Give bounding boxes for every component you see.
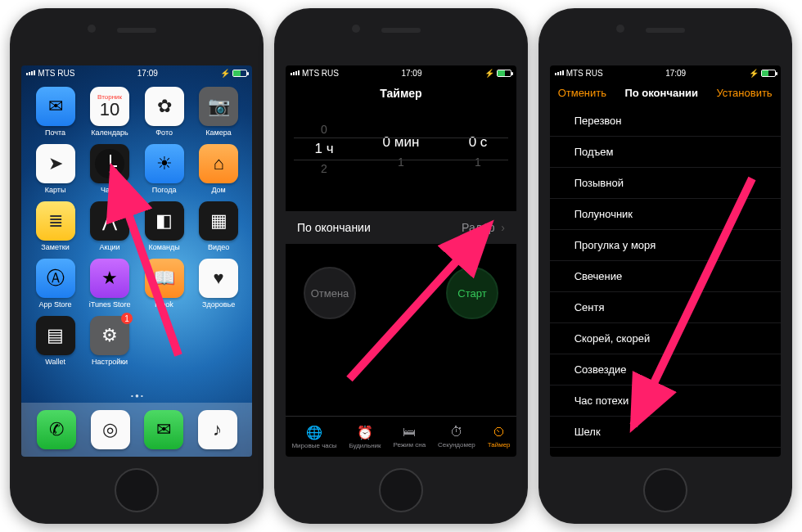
app-icon: ⚙1 xyxy=(90,316,129,355)
app-iTunes Store[interactable]: ★ iTunes Store xyxy=(84,259,135,309)
app-Настройки[interactable]: ⚙1 Настройки xyxy=(84,316,135,366)
cancel-button[interactable]: Отмена xyxy=(304,267,356,319)
sound-item[interactable]: Прогулка у моря xyxy=(550,230,781,261)
tab-Таймер[interactable]: ⏲Таймер xyxy=(488,425,511,449)
app-icon: Вторник10 xyxy=(90,87,129,126)
app-Команды[interactable]: ◧ Команды xyxy=(139,201,190,251)
battery-icon xyxy=(761,70,776,77)
app-icon: ✉ xyxy=(36,87,75,126)
app-icon: ➤ xyxy=(36,144,75,183)
sound-item[interactable]: Сентя xyxy=(550,292,781,323)
tab-icon: 🛏 xyxy=(403,425,416,440)
sound-label: Скорей, скорей xyxy=(574,332,651,345)
phone-timer: MTS RUS 17:09 ⚡ Таймер 0 1 ч 2 0 мин xyxy=(274,8,528,524)
tab-icon: 🌐 xyxy=(306,425,322,440)
dock-music[interactable]: ♪ xyxy=(198,410,237,449)
picker-seconds[interactable]: 0 с 1 xyxy=(439,129,516,169)
tab-Режим сна[interactable]: 🛏Режим сна xyxy=(393,425,426,449)
app-Здоровье[interactable]: ♥ Здоровье xyxy=(193,259,244,309)
app-Акции[interactable]: ⋀ Акции xyxy=(84,201,135,251)
tab-Мировые часы[interactable]: 🌐Мировые часы xyxy=(291,425,336,449)
sound-item[interactable]: Созвездие xyxy=(550,354,781,385)
signal-icon xyxy=(555,70,564,75)
carrier-label: MTS RUS xyxy=(566,69,603,78)
tab-label: Мировые часы xyxy=(291,442,336,449)
app-Wallet[interactable]: ▤ Wallet xyxy=(30,316,81,366)
tab-label: Будильник xyxy=(349,442,381,449)
signal-icon xyxy=(26,70,35,75)
app-Погода[interactable]: ☀ Погода xyxy=(139,144,190,194)
sound-item[interactable]: Свечение xyxy=(550,261,781,292)
sound-label: Позывной xyxy=(574,177,624,189)
sound-item[interactable]: Подъем xyxy=(550,137,781,168)
tab-label: Секундомер xyxy=(438,441,475,449)
screen-sound-picker: MTS RUS 17:09 ⚡ Отменить По окончании Ус… xyxy=(550,65,781,457)
phone-sound-picker: MTS RUS 17:09 ⚡ Отменить По окончании Ус… xyxy=(538,8,792,524)
sound-item[interactable]: Позывной xyxy=(550,168,781,199)
nav-bar: Отменить По окончании Установить xyxy=(550,80,781,106)
app-icon: ▦ xyxy=(199,201,238,241)
tab-label: Режим сна xyxy=(393,441,426,449)
app-label: Wallet xyxy=(45,358,65,366)
dock-phone[interactable]: ✆ xyxy=(37,410,76,449)
screen-home: MTS RUS 17:09 ⚡ ✉ ПочтаВторник10 Календа… xyxy=(21,65,252,457)
dock-safari[interactable]: ◎ xyxy=(91,410,130,449)
app-Карты[interactable]: ➤ Карты xyxy=(30,144,81,194)
home-button[interactable] xyxy=(379,468,423,512)
sound-item[interactable]: Скорей, скорей xyxy=(550,323,781,354)
sound-list[interactable]: ПерезвонПодъемПозывнойПолуночникПрогулка… xyxy=(550,106,781,457)
bolt-icon: ⚡ xyxy=(749,69,759,78)
carrier-label: MTS RUS xyxy=(302,69,339,78)
cancel-button[interactable]: Отменить xyxy=(558,87,606,99)
clock-label: 17:09 xyxy=(137,69,158,78)
sound-label: Прогулка у моря xyxy=(574,239,656,251)
start-button[interactable]: Старт xyxy=(446,267,498,319)
app-Видео[interactable]: ▦ Видео xyxy=(193,201,244,251)
duration-picker[interactable]: 0 1 ч 2 0 мин 1 0 с 1 xyxy=(286,110,516,188)
sound-item[interactable]: Перезвон xyxy=(550,106,781,137)
app-Часы[interactable]: Часы xyxy=(84,144,135,194)
when-ends-row[interactable]: По окончании Радар › xyxy=(286,211,516,244)
app-label: Камера xyxy=(205,128,231,137)
app-label: Почта xyxy=(45,128,65,137)
app-Почта[interactable]: ✉ Почта xyxy=(30,87,81,137)
tab-Будильник[interactable]: ⏰Будильник xyxy=(349,425,381,449)
app-label: Погода xyxy=(152,186,177,194)
app-label: Акции xyxy=(100,243,120,251)
sound-item[interactable]: Час потехи xyxy=(550,385,781,417)
app-Заметки[interactable]: ≣ Заметки xyxy=(30,201,81,251)
chevron-right-icon: › xyxy=(501,221,505,234)
screen-timer: MTS RUS 17:09 ⚡ Таймер 0 1 ч 2 0 мин xyxy=(286,65,516,457)
dock-messages[interactable]: ✉ xyxy=(144,410,183,449)
tab-label: Таймер xyxy=(488,441,511,449)
home-button[interactable] xyxy=(643,468,687,512)
sound-item[interactable]: Электросхема xyxy=(550,448,781,457)
battery-icon xyxy=(497,70,511,77)
tab-icon: ⏰ xyxy=(357,425,373,440)
tab-Секундомер[interactable]: ⏱Секундомер xyxy=(438,425,475,449)
app-Дом[interactable]: ⌂ Дом xyxy=(193,144,244,194)
picker-hours[interactable]: 0 1 ч 2 xyxy=(286,123,362,175)
app-Камера[interactable]: 📷 Камера xyxy=(193,87,244,137)
app-Фото[interactable]: ✿ Фото xyxy=(139,87,190,137)
sound-label: Перезвон xyxy=(574,115,622,127)
app-iBook[interactable]: 📖 iBook xyxy=(139,259,190,309)
home-button[interactable] xyxy=(115,468,159,512)
when-ends-value: Радар xyxy=(462,221,494,234)
set-button[interactable]: Установить xyxy=(716,87,772,99)
status-bar: MTS RUS 17:09 ⚡ xyxy=(550,65,781,80)
app-label: Часы xyxy=(101,186,119,194)
signal-icon xyxy=(291,70,300,75)
sound-label: Подъем xyxy=(574,146,614,158)
phone-home: MTS RUS 17:09 ⚡ ✉ ПочтаВторник10 Календа… xyxy=(10,8,264,524)
sound-item[interactable]: Шелк xyxy=(550,417,781,448)
app-App Store[interactable]: Ⓐ App Store xyxy=(30,259,81,309)
app-icon xyxy=(90,144,129,183)
clock-label: 17:09 xyxy=(401,69,421,78)
sound-label: Созвездие xyxy=(574,363,627,376)
app-icon: ⋀ xyxy=(90,201,129,241)
picker-minutes[interactable]: 0 мин 1 xyxy=(363,129,439,169)
app-label: Заметки xyxy=(41,243,69,251)
sound-item[interactable]: Полуночник xyxy=(550,199,781,230)
app-Календарь[interactable]: Вторник10 Календарь xyxy=(84,87,135,137)
